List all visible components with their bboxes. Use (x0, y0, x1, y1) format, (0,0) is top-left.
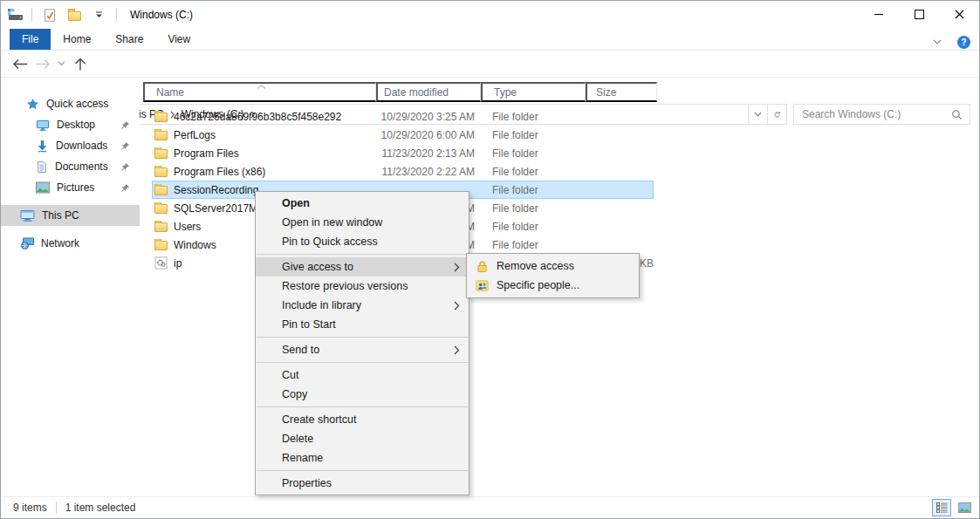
sidebar-item-quick-access[interactable]: Quick access (1, 93, 140, 114)
submenu-item-remove-access[interactable]: Remove access (467, 256, 639, 276)
recent-locations-dropdown[interactable] (55, 56, 67, 72)
status-bar: 9 items 1 item selected (1, 496, 979, 518)
minimize-icon (874, 14, 883, 15)
lock-icon (476, 260, 489, 273)
sidebar-item-downloads[interactable]: Downloads (1, 135, 140, 156)
submenu-item-specific-people[interactable]: Specific people... (467, 276, 639, 295)
toolbar-separator (116, 8, 117, 22)
maximize-button[interactable] (899, 1, 939, 28)
sidebar-item-pictures[interactable]: Pictures (1, 177, 140, 198)
menu-item-send-to[interactable]: Send to (256, 340, 469, 359)
gear-file-icon (154, 256, 168, 270)
file-explorer-window: Windows (C:) File Home Share View ? (0, 0, 980, 519)
search-input[interactable] (794, 108, 944, 120)
submenu-chevron-icon (454, 345, 460, 355)
download-arrow-icon (36, 140, 49, 153)
qat-customize-dropdown[interactable] (89, 5, 108, 24)
forward-arrow-icon (35, 58, 51, 70)
pin-icon (120, 162, 130, 172)
forward-button[interactable] (34, 56, 51, 72)
menu-item-open-in-new-window[interactable]: Open in new window (256, 213, 469, 232)
menu-item-delete[interactable]: Delete (256, 429, 469, 448)
help-button[interactable]: ? (957, 36, 970, 49)
folder-icon (68, 11, 81, 21)
chevron-down-icon (58, 61, 65, 66)
back-arrow-icon (12, 58, 28, 70)
picture-icon (36, 181, 50, 194)
up-button[interactable] (72, 56, 88, 72)
folder-icon (154, 149, 168, 159)
chevron-down-icon (754, 112, 762, 117)
sidebar-item-documents[interactable]: Documents (1, 156, 140, 177)
menu-item-give-access-to[interactable]: Give access to (256, 257, 469, 277)
tab-home[interactable]: Home (51, 29, 103, 50)
refresh-button[interactable] (767, 105, 786, 124)
maximize-icon (915, 10, 924, 19)
folder-icon (154, 113, 168, 122)
details-view-icon (936, 502, 948, 513)
search-box[interactable] (793, 104, 970, 125)
menu-item-copy[interactable]: Copy (256, 385, 469, 404)
menu-separator (257, 337, 468, 338)
chevron-down-icon (933, 39, 942, 44)
tab-file[interactable]: File (10, 29, 51, 50)
app-drive-icon (8, 8, 24, 22)
folder-icon (154, 241, 168, 250)
details-view-button[interactable] (932, 499, 951, 516)
sidebar-item-desktop[interactable]: Desktop (1, 114, 140, 135)
item-count: 9 items (13, 502, 47, 514)
title-bar: Windows (C:) (1, 1, 857, 29)
column-header-date-modified[interactable]: Date modified (376, 82, 481, 102)
window-controls (859, 1, 979, 28)
computer-icon (20, 209, 35, 222)
up-arrow-icon (74, 58, 86, 71)
navigation-pane: Quick access Desktop Downloads Documents… (1, 78, 140, 496)
sidebar-item-this-pc[interactable]: This PC (1, 205, 140, 226)
document-icon (36, 160, 48, 174)
folder-icon (154, 222, 168, 232)
folder-icon (154, 204, 168, 214)
close-icon (955, 10, 964, 19)
qat-properties-button[interactable] (40, 5, 59, 24)
submenu-chevron-icon (454, 263, 460, 272)
tab-view[interactable]: View (155, 29, 202, 50)
submenu-chevron-icon (454, 301, 460, 311)
sidebar-item-network[interactable]: Network (1, 233, 140, 254)
menu-separator (257, 362, 468, 363)
column-header-type[interactable]: Type (481, 82, 586, 102)
menu-item-restore-previous-versions[interactable]: Restore previous versions (256, 277, 469, 296)
menu-separator (257, 470, 468, 471)
menu-item-properties[interactable]: Properties (256, 474, 469, 493)
tab-share[interactable]: Share (103, 29, 155, 50)
menu-item-rename[interactable]: Rename (256, 448, 469, 468)
address-history-dropdown[interactable] (748, 105, 767, 124)
menu-item-create-shortcut[interactable]: Create shortcut (256, 410, 469, 429)
file-row[interactable]: PerfLogs 10/29/2020 6:00 AM File folder (143, 126, 657, 144)
minimize-button[interactable] (859, 1, 899, 28)
menu-separator (257, 254, 468, 255)
qat-new-folder-button[interactable] (65, 5, 84, 24)
menu-item-pin-to-start[interactable]: Pin to Start (256, 315, 469, 334)
file-row[interactable]: Program Files 11/23/2020 2:13 AM File fo… (143, 144, 657, 162)
menu-item-open[interactable]: Open (256, 194, 469, 213)
star-icon (26, 98, 39, 111)
menu-item-pin-to-quick-access[interactable]: Pin to Quick access (256, 232, 469, 251)
expand-ribbon-button[interactable] (928, 32, 947, 51)
folder-icon (154, 131, 168, 140)
search-icon[interactable] (944, 109, 970, 120)
large-icons-view-button[interactable] (955, 499, 974, 516)
menu-separator (257, 406, 468, 407)
menu-item-include-in-library[interactable]: Include in library (256, 296, 469, 315)
file-row[interactable]: 46c2a726da869f96b3b8c5f458e292 10/29/202… (143, 107, 657, 126)
back-button[interactable] (11, 56, 29, 72)
status-divider (56, 502, 57, 514)
sort-ascending-icon (257, 84, 266, 89)
close-button[interactable] (939, 1, 979, 28)
column-header-size[interactable]: Size (586, 82, 657, 102)
file-row[interactable]: Program Files (x86) 11/23/2020 2:22 AM F… (143, 162, 657, 181)
menu-item-cut[interactable]: Cut (256, 365, 469, 385)
refresh-icon (773, 109, 781, 120)
pin-icon (120, 183, 130, 193)
thumbnail-view-icon (958, 502, 971, 513)
column-header-name[interactable]: Name (143, 82, 376, 102)
